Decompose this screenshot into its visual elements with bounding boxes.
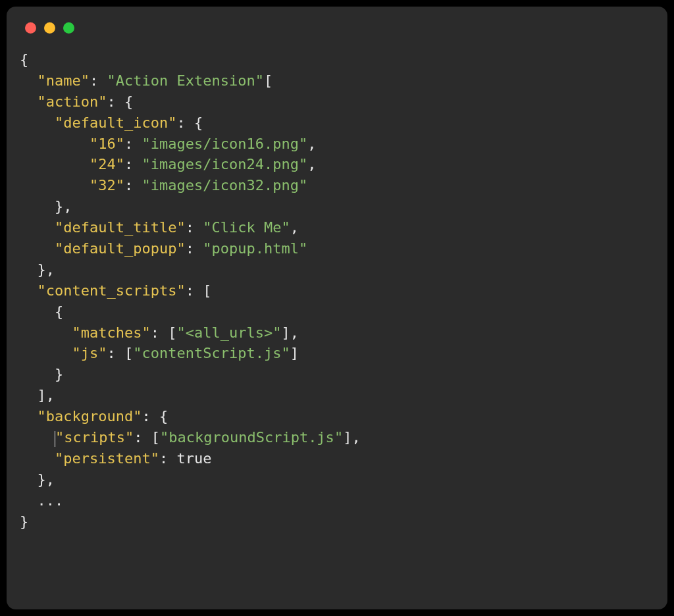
tok-key-persistent: "persistent" (55, 450, 159, 467)
tok-brace-close: } (38, 261, 46, 278)
tok-comma: , (307, 156, 316, 172)
tok-key-content-scripts: "content_scripts" (38, 282, 186, 299)
tok-str-matches: "<all_urls>" (176, 324, 281, 341)
tok-key-background: "background" (38, 408, 142, 424)
tok-str-backgroundscript: "backgroundScript.js" (160, 429, 343, 446)
tok-comma: , (63, 198, 72, 215)
tok-key-action: "action" (38, 93, 107, 110)
tok-bracket-close: ] (290, 345, 299, 361)
tok-colon: : (186, 282, 194, 299)
tok-ellipsis: ... (38, 492, 64, 509)
window-traffic-lights (25, 22, 654, 34)
tok-comma: , (46, 471, 55, 488)
tok-colon: : (142, 408, 150, 424)
tok-key-default-title: "default_title" (55, 219, 186, 236)
tok-str-name: "Action Extension" (107, 72, 263, 89)
tok-str-icon24: "images/icon24.png" (142, 156, 307, 172)
tok-comma: , (290, 324, 299, 341)
tok-bracket-close: ] (343, 429, 351, 446)
tok-str-default-popup: "popup.html" (203, 240, 307, 257)
tok-brace-close: } (55, 366, 63, 382)
window-close-button[interactable] (25, 22, 36, 34)
tok-key-matches: "matches" (72, 324, 150, 341)
tok-bracket-open: [ (203, 282, 211, 299)
tok-colon: : (186, 240, 194, 257)
tok-comma: , (351, 429, 360, 446)
code-editor[interactable]: { "name": "Action Extension"[ "action": … (20, 49, 654, 532)
tok-bool-true: true (176, 450, 211, 467)
tok-bracket-close: ] (281, 324, 290, 341)
tok-bracket-open: [ (264, 72, 272, 89)
tok-str-contentscript: "contentScript.js" (133, 345, 290, 361)
tok-key-name: "name" (38, 72, 90, 89)
tok-str-icon16: "images/icon16.png" (142, 136, 307, 152)
tok-colon: : (134, 429, 142, 446)
tok-colon: : (90, 72, 98, 89)
tok-bracket-open: [ (124, 345, 133, 361)
tok-colon: : (159, 450, 168, 467)
tok-colon: : (186, 219, 194, 236)
tok-brace-open: { (124, 93, 133, 110)
tok-key-js: "js" (72, 345, 107, 361)
tok-brace-close: } (55, 198, 63, 215)
tok-colon: : (176, 115, 185, 131)
window-maximize-button[interactable] (63, 22, 74, 34)
tok-brace-open: { (159, 408, 168, 424)
tok-colon: : (124, 177, 133, 193)
tok-str-icon32: "images/icon32.png" (142, 177, 307, 193)
tok-key-default-popup: "default_popup" (55, 240, 186, 257)
tok-key-24: "24" (90, 156, 124, 172)
tok-brace-open: { (20, 51, 28, 68)
tok-key-scripts: "scripts" (55, 429, 134, 446)
tok-colon: : (107, 345, 115, 361)
tok-colon: : (107, 93, 115, 110)
tok-colon: : (124, 136, 133, 152)
tok-colon: : (124, 156, 133, 172)
tok-str-default-title: "Click Me" (203, 219, 290, 236)
tok-brace-close: } (38, 471, 46, 488)
tok-key-16: "16" (90, 136, 124, 152)
tok-brace-open: { (55, 303, 63, 320)
tok-colon: : (151, 324, 159, 341)
tok-comma: , (307, 136, 316, 152)
tok-comma: , (290, 219, 299, 236)
tok-comma: , (46, 261, 55, 278)
editor-window: { "name": "Action Extension"[ "action": … (7, 7, 667, 609)
window-minimize-button[interactable] (44, 22, 55, 34)
tok-key-32: "32" (90, 177, 124, 193)
tok-brace-close: } (20, 513, 28, 530)
tok-brace-open: { (194, 115, 203, 131)
tok-bracket-open: [ (151, 429, 160, 446)
tok-key-default-icon: "default_icon" (55, 115, 176, 131)
tok-bracket-open: [ (168, 324, 176, 341)
tok-bracket-close: ] (38, 387, 46, 403)
tok-comma: , (46, 387, 55, 403)
